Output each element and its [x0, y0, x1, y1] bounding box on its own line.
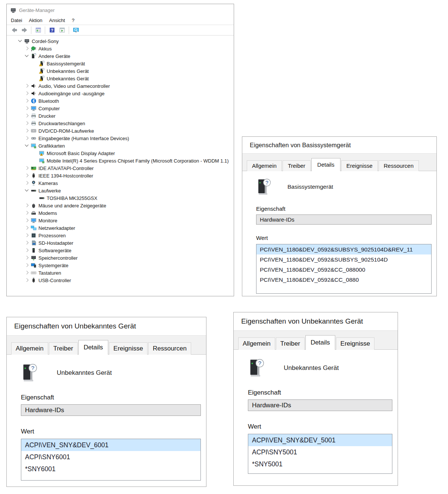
- tree-item[interactable]: Druckwarteschlangen: [7, 120, 234, 127]
- expander-chevron-icon[interactable]: [24, 128, 30, 134]
- show-window-button[interactable]: [57, 26, 66, 34]
- tree-item[interactable]: Audio, Video und Gamecontroller: [7, 82, 234, 90]
- tree-item[interactable]: Speichercontroller: [7, 254, 234, 262]
- expander-chevron-icon[interactable]: [24, 120, 30, 126]
- tree-item[interactable]: Softwaregeräte: [7, 247, 234, 254]
- hardware-id-item[interactable]: *SNY5001: [248, 458, 392, 470]
- properties-tab[interactable]: Allgemein: [11, 342, 48, 355]
- property-dropdown[interactable]: Hardware-IDs: [21, 404, 201, 416]
- properties-tab[interactable]: Ereignisse: [109, 342, 147, 355]
- expander-chevron-icon[interactable]: [24, 225, 30, 231]
- hardware-id-item[interactable]: ACPI\SNY6001: [21, 451, 200, 463]
- gpu-icon: [39, 158, 45, 164]
- expander-chevron-icon[interactable]: [24, 165, 30, 171]
- properties-tab[interactable]: Ressourcen: [379, 160, 419, 171]
- expander-chevron-icon[interactable]: [24, 105, 30, 111]
- menu-item[interactable]: ?: [68, 16, 78, 24]
- hardware-id-item[interactable]: *SNY6001: [21, 463, 200, 475]
- expander-chevron-icon[interactable]: [24, 46, 30, 52]
- tree-item[interactable]: Tastaturen: [7, 269, 234, 277]
- tree-item[interactable]: DVD/CD-ROM-Laufwerke: [7, 127, 234, 135]
- properties-tab[interactable]: Treiber: [283, 160, 311, 171]
- tree-item[interactable]: Computer: [7, 105, 234, 112]
- expander-chevron-icon[interactable]: [24, 53, 30, 59]
- properties-tab[interactable]: Treiber: [49, 342, 78, 355]
- tree-item[interactable]: Mäuse und andere Zeigegeräte: [7, 202, 234, 209]
- expander-chevron-icon[interactable]: [24, 270, 30, 276]
- hardware-id-item[interactable]: ACPI\VEN_SNY&DEV_5001: [248, 434, 392, 446]
- tree-item[interactable]: Audioeingänge und -ausgänge: [7, 90, 234, 97]
- tree-item[interactable]: Microsoft Basic Display Adapter: [7, 149, 234, 157]
- expander-chevron-icon[interactable]: [24, 180, 30, 186]
- hardware-id-item[interactable]: ACPI\SNY5001: [248, 446, 392, 458]
- properties-tab[interactable]: Ereignisse: [336, 337, 374, 350]
- network-icon: [31, 225, 37, 231]
- expander-chevron-icon[interactable]: [24, 232, 30, 238]
- menu-item[interactable]: Datei: [7, 16, 25, 24]
- hardware-id-item[interactable]: PCI\VEN_1180&DEV_0592&CC_088000: [256, 265, 431, 275]
- property-dropdown[interactable]: Hardware-IDs: [248, 399, 392, 411]
- expander-chevron-icon[interactable]: [24, 143, 30, 149]
- expander-chevron-icon[interactable]: [24, 173, 30, 179]
- hardware-id-item[interactable]: ACPI\VEN_SNY&DEV_6001: [21, 439, 200, 451]
- tree-item[interactable]: Modems: [7, 209, 234, 217]
- tree-item[interactable]: Kameras: [7, 179, 234, 187]
- expander-chevron-icon[interactable]: [24, 98, 30, 104]
- help-button[interactable]: [47, 26, 56, 34]
- properties-tab[interactable]: Treiber: [276, 337, 305, 350]
- expander-chevron-icon[interactable]: [24, 262, 30, 268]
- expander-chevron-icon[interactable]: [24, 217, 30, 223]
- expander-chevron-icon[interactable]: [24, 113, 30, 119]
- menu-item[interactable]: Aktion: [25, 16, 46, 24]
- tree-item[interactable]: Unbekanntes Gerät: [7, 75, 234, 82]
- hardware-id-item[interactable]: PCI\VEN_1180&DEV_0592&CC_0880: [256, 275, 431, 285]
- expander-chevron-icon[interactable]: [24, 83, 30, 89]
- back-button[interactable]: [10, 26, 19, 34]
- forward-button[interactable]: [20, 26, 29, 34]
- expander-chevron-icon[interactable]: [24, 277, 30, 283]
- unknown-device-big-icon: [248, 358, 265, 378]
- tree-item[interactable]: IDE ATA/ATAPI-Controller: [7, 164, 234, 172]
- properties-tab[interactable]: Ressourcen: [148, 342, 191, 355]
- tree-item[interactable]: IEEE 1394-Hostcontroller: [7, 172, 234, 179]
- expander-chevron-icon[interactable]: [24, 247, 30, 253]
- expander-chevron-icon[interactable]: [17, 38, 23, 44]
- menu-item[interactable]: Ansicht: [46, 16, 69, 24]
- tree-item[interactable]: SD-Hostadapter: [7, 239, 234, 247]
- hardware-id-item[interactable]: PCI\VEN_1180&DEV_0592&SUBSYS_9025104D&RE…: [256, 244, 431, 254]
- properties-tab[interactable]: Allgemein: [247, 160, 282, 171]
- tree-item[interactable]: Netzwerkadapter: [7, 224, 234, 232]
- hardware-id-item[interactable]: PCI\VEN_1180&DEV_0592&SUBSYS_9025104D: [256, 254, 431, 265]
- tree-item[interactable]: Akkus: [7, 45, 234, 52]
- tree-item[interactable]: Drucker: [7, 112, 234, 120]
- expander-chevron-icon[interactable]: [24, 135, 30, 141]
- expander-chevron-icon[interactable]: [24, 203, 30, 209]
- property-dropdown[interactable]: Hardware-IDs: [256, 214, 432, 225]
- properties-tab[interactable]: Details: [78, 340, 108, 355]
- tree-item[interactable]: Cordel-Sony: [7, 37, 234, 45]
- tree-item[interactable]: Laufwerke: [7, 187, 234, 194]
- expander-chevron-icon[interactable]: [24, 240, 30, 246]
- tree-item[interactable]: Prozessoren: [7, 232, 234, 239]
- properties-tab[interactable]: Allgemein: [238, 337, 275, 350]
- properties-button[interactable]: [34, 26, 43, 34]
- tree-item[interactable]: Eingabegeräte (Human Interface Devices): [7, 135, 234, 142]
- tree-item[interactable]: Bluetooth: [7, 97, 234, 105]
- tree-item[interactable]: Andere Geräte: [7, 52, 234, 60]
- tree-item[interactable]: Basissystemgerät: [7, 60, 234, 67]
- tree-item[interactable]: Unbekanntes Gerät: [7, 67, 234, 75]
- scan-hardware-button[interactable]: [71, 26, 80, 34]
- expander-chevron-icon[interactable]: [24, 90, 30, 96]
- expander-chevron-icon[interactable]: [24, 255, 30, 261]
- properties-tab[interactable]: Details: [305, 335, 335, 350]
- tree-item[interactable]: USB-Controller: [7, 277, 234, 284]
- expander-chevron-icon[interactable]: [24, 210, 30, 216]
- properties-tab[interactable]: Details: [311, 158, 340, 171]
- tree-item[interactable]: TOSHIBA MK3255GSX: [7, 194, 234, 202]
- tree-item[interactable]: Grafikkarten: [7, 142, 234, 149]
- tree-item[interactable]: Mobile Intel(R) 4 Series Express Chipset…: [7, 157, 234, 164]
- tree-item[interactable]: Systemgeräte: [7, 262, 234, 269]
- expander-chevron-icon[interactable]: [24, 188, 30, 194]
- properties-tab[interactable]: Ereignisse: [341, 160, 378, 171]
- tree-item[interactable]: Monitore: [7, 217, 234, 224]
